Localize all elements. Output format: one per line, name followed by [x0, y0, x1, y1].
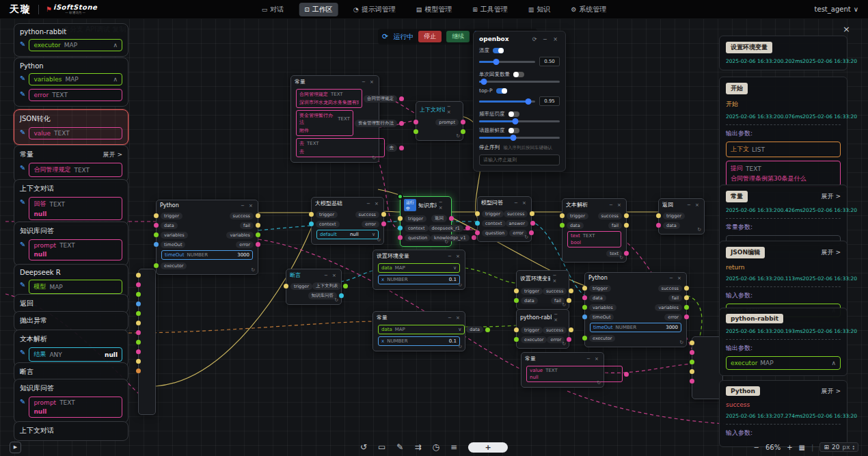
- flow-node-文本解析[interactable]: 文本解析− ×triggersuccessdatafailtextTEXTboo…: [562, 198, 627, 263]
- input-port[interactable]: trigger: [309, 211, 338, 218]
- output-port[interactable]: text: [606, 250, 629, 257]
- palette-field[interactable]: 回答TEXTnull: [29, 197, 122, 220]
- node-field[interactable]: valueTEXTnull: [526, 366, 623, 382]
- edit-pencil-icon[interactable]: ✎: [20, 75, 25, 82]
- output-port[interactable]: success: [230, 213, 260, 219]
- node-field[interactable]: timeOutNUMBER3000: [161, 250, 253, 260]
- input-port[interactable]: executor: [582, 335, 615, 342]
- result-card-python-rabbit[interactable]: python-rabbit2025-02-06 16:33:200.193ms2…: [719, 308, 847, 376]
- output-port[interactable]: 上下文列表: [312, 282, 349, 290]
- zoom-out-button[interactable]: −: [754, 444, 759, 451]
- palette-field[interactable]: valueTEXT: [29, 127, 122, 139]
- input-port[interactable]: [136, 311, 141, 316]
- palette-field[interactable]: 合同管理规定TEXT: [29, 163, 122, 177]
- flow-icon[interactable]: ⇉: [414, 442, 421, 452]
- palette-card-文本解析[interactable]: 文本解析✎结果ANYnull: [14, 330, 128, 367]
- output-port[interactable]: variables: [226, 232, 260, 239]
- edit-pencil-icon[interactable]: ✎: [20, 164, 25, 172]
- output-port[interactable]: success: [543, 327, 573, 334]
- nav-item-知识[interactable]: ▥知识: [523, 3, 556, 16]
- node-window-icons[interactable]: − ×: [514, 200, 528, 206]
- input-port[interactable]: [690, 379, 694, 384]
- undo-icon[interactable]: ↺: [360, 442, 367, 452]
- edit-pencil-icon[interactable]: ✎: [20, 398, 25, 405]
- flow-node-Python[interactable]: Python− ×triggersuccessdatafailvariables…: [156, 200, 258, 275]
- slider-track[interactable]: [479, 100, 535, 103]
- node-window-icons[interactable]: − ×: [362, 79, 375, 85]
- node-field[interactable]: xNUMBER0.1: [378, 275, 460, 284]
- toggle-switch[interactable]: [508, 128, 519, 133]
- input-port[interactable]: data: [154, 222, 178, 229]
- input-port[interactable]: [413, 129, 418, 134]
- output-port[interactable]: 去: [386, 144, 405, 152]
- flow-node-返回[interactable]: 返回− ×triggerdata↻: [658, 198, 705, 234]
- input-port[interactable]: [136, 292, 141, 297]
- flow-node-设置环境变量[interactable]: 设置环境变量− ×triggersuccessdatafail↻: [516, 270, 569, 310]
- input-port[interactable]: trigger: [560, 213, 588, 219]
- node-field[interactable]: textTEXTbool: [567, 231, 621, 247]
- result-field[interactable]: 上下文LIST: [726, 142, 841, 157]
- input-port[interactable]: trigger: [154, 213, 182, 219]
- nav-item-工作区[interactable]: ⊡工作区: [299, 3, 338, 16]
- flow-node-断言[interactable]: 断言− ×trigger上下文列表知识库问答↻: [286, 269, 342, 305]
- output-port[interactable]: deepseek_r1: [429, 225, 470, 232]
- output-port[interactable]: answer: [506, 220, 535, 227]
- node-window-icons[interactable]: − ×: [687, 202, 701, 208]
- steps-list-icon[interactable]: ≡: [450, 442, 457, 452]
- palette-card-知识库问答[interactable]: 知识库问答✎promptTEXTnull: [14, 222, 128, 266]
- palette-card-抛出异常[interactable]: 抛出异常: [14, 311, 128, 331]
- input-port[interactable]: question: [398, 234, 431, 241]
- nav-item-模型管理[interactable]: ▤模型管理: [411, 3, 458, 16]
- stepper-icon[interactable]: ▴▾: [852, 444, 854, 450]
- output-port[interactable]: fail: [668, 295, 689, 301]
- input-port[interactable]: [136, 301, 141, 306]
- node-window-icons[interactable]: − ×: [447, 104, 459, 115]
- output-port[interactable]: 返回: [431, 215, 454, 222]
- output-port[interactable]: success: [598, 213, 629, 219]
- expand-link[interactable]: 展开 >: [103, 150, 122, 159]
- input-port[interactable]: context: [309, 221, 340, 228]
- close-icon[interactable]: ×: [843, 24, 850, 34]
- stop-sequence-input[interactable]: [479, 155, 560, 165]
- input-port[interactable]: data: [560, 222, 584, 229]
- output-port[interactable]: success: [658, 285, 689, 292]
- input-port[interactable]: [136, 349, 141, 354]
- console-panel-icon[interactable]: ▶: [10, 442, 21, 453]
- output-port[interactable]: error: [547, 336, 571, 343]
- node-window-icons[interactable]: − ×: [439, 200, 448, 211]
- nav-item-对话[interactable]: ▭对话: [256, 3, 290, 16]
- output-port[interactable]: prompt: [435, 119, 465, 126]
- input-port[interactable]: [690, 340, 694, 345]
- expand-link[interactable]: 展开 >: [822, 192, 841, 201]
- input-port[interactable]: [136, 273, 141, 278]
- result-card-设置环境变量[interactable]: 设置环境变量2025-02-06 16:33:200.202ms2025-02-…: [719, 36, 847, 70]
- output-port[interactable]: success: [543, 288, 573, 295]
- palette-field[interactable]: variablesMAP∧: [29, 73, 122, 85]
- input-port[interactable]: [136, 368, 141, 373]
- zoom-in-button[interactable]: +: [787, 444, 792, 451]
- input-port[interactable]: context: [475, 220, 506, 227]
- node-field[interactable]: 去TEXT去: [296, 138, 385, 157]
- edit-pencil-icon[interactable]: ✎: [20, 349, 25, 356]
- nav-item-工具管理[interactable]: ⊞工具管理: [467, 3, 513, 16]
- settings-window-icons[interactable]: ⟳ − ×: [532, 36, 560, 42]
- user-menu[interactable]: test_agent ∨: [815, 5, 858, 13]
- input-port[interactable]: context: [398, 225, 429, 232]
- nav-item-提示词管理[interactable]: ◔提示词管理: [348, 3, 401, 16]
- annotate-icon[interactable]: ✎: [396, 442, 403, 452]
- flow-node-知识库问答[interactable]: 运行中知识库问答− ×trigger返回contextdeepseek_r1qu…: [400, 196, 452, 247]
- palette-field[interactable]: errorTEXT: [29, 89, 122, 101]
- output-port[interactable]: success: [355, 211, 386, 218]
- slider-knob[interactable]: [513, 118, 519, 124]
- input-port[interactable]: timeOut: [582, 314, 614, 321]
- input-port[interactable]: [690, 350, 694, 355]
- node-field[interactable]: timeOutNUMBER3000: [590, 323, 681, 332]
- edit-pencil-icon[interactable]: ✎: [20, 90, 25, 98]
- palette-field[interactable]: executorMAP∧: [29, 39, 122, 51]
- input-port[interactable]: trigger: [398, 215, 426, 222]
- palette-card-知识库问答[interactable]: 知识库问答✎promptTEXTnull: [14, 379, 128, 423]
- toggle-switch[interactable]: [513, 72, 524, 77]
- grid-toggle-icon[interactable]: ▦: [799, 444, 805, 451]
- edit-pencil-icon[interactable]: ✎: [20, 198, 25, 206]
- node-field[interactable]: dataMAP∨: [378, 325, 465, 334]
